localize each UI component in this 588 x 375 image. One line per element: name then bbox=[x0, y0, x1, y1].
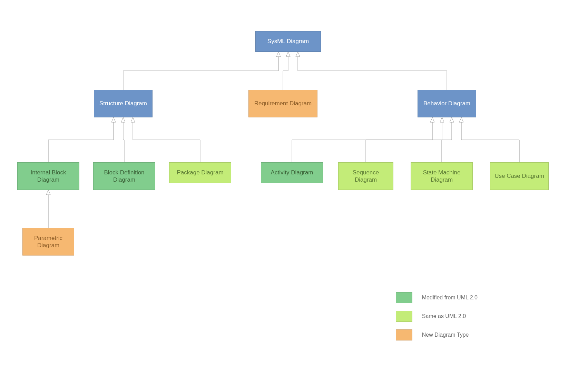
svg-marker-5 bbox=[131, 117, 135, 122]
svg-marker-9 bbox=[459, 117, 463, 122]
node-internal-block-diagram: Internal Block Diagram bbox=[17, 162, 79, 190]
node-label: Sequence Diagram bbox=[342, 169, 390, 184]
legend: Modified from UML 2.0 Same as UML 2.0 Ne… bbox=[396, 292, 478, 340]
svg-marker-8 bbox=[450, 117, 454, 122]
node-requirement-diagram: Requirement Diagram bbox=[248, 90, 317, 117]
legend-swatch-same bbox=[396, 311, 412, 322]
legend-swatch-new bbox=[396, 329, 412, 340]
node-behavior-diagram: Behavior Diagram bbox=[418, 90, 476, 117]
node-activity-diagram: Activity Diagram bbox=[261, 162, 323, 183]
legend-swatch-modified bbox=[396, 292, 412, 303]
node-block-definition-diagram: Block Definition Diagram bbox=[93, 162, 155, 190]
svg-marker-7 bbox=[440, 117, 444, 122]
svg-marker-3 bbox=[111, 117, 116, 122]
node-sysml-diagram: SysML Diagram bbox=[255, 31, 321, 52]
svg-marker-4 bbox=[121, 117, 125, 122]
node-label: Internal Block Diagram bbox=[21, 169, 76, 184]
svg-marker-10 bbox=[46, 190, 50, 195]
node-use-case-diagram: Use Case Diagram bbox=[490, 162, 549, 190]
node-package-diagram: Package Diagram bbox=[169, 162, 231, 183]
node-parametric-diagram: Parametric Diagram bbox=[22, 228, 74, 256]
legend-row: Modified from UML 2.0 bbox=[396, 292, 478, 303]
node-label: Block Definition Diagram bbox=[97, 169, 151, 184]
node-label: Use Case Diagram bbox=[494, 172, 544, 180]
node-state-machine-diagram: State Machine Diagram bbox=[411, 162, 473, 190]
node-label: Activity Diagram bbox=[271, 169, 313, 176]
legend-label: New Diagram Type bbox=[422, 332, 469, 338]
node-sequence-diagram: Sequence Diagram bbox=[338, 162, 393, 190]
node-label: Structure Diagram bbox=[99, 100, 147, 107]
diagram-canvas: SysML Diagram Structure Diagram Requirem… bbox=[0, 0, 588, 375]
node-label: SysML Diagram bbox=[267, 38, 309, 45]
legend-label: Modified from UML 2.0 bbox=[422, 295, 478, 301]
node-structure-diagram: Structure Diagram bbox=[94, 90, 153, 117]
node-label: Parametric Diagram bbox=[26, 234, 70, 249]
svg-marker-1 bbox=[286, 52, 290, 57]
svg-marker-2 bbox=[296, 52, 300, 57]
node-label: State Machine Diagram bbox=[414, 169, 469, 184]
svg-marker-6 bbox=[430, 117, 434, 122]
node-label: Package Diagram bbox=[177, 169, 223, 176]
node-label: Behavior Diagram bbox=[423, 100, 470, 107]
legend-label: Same as UML 2.0 bbox=[422, 313, 466, 319]
svg-marker-0 bbox=[276, 52, 281, 57]
legend-row: Same as UML 2.0 bbox=[396, 311, 478, 322]
legend-row: New Diagram Type bbox=[396, 329, 478, 340]
node-label: Requirement Diagram bbox=[254, 100, 312, 107]
